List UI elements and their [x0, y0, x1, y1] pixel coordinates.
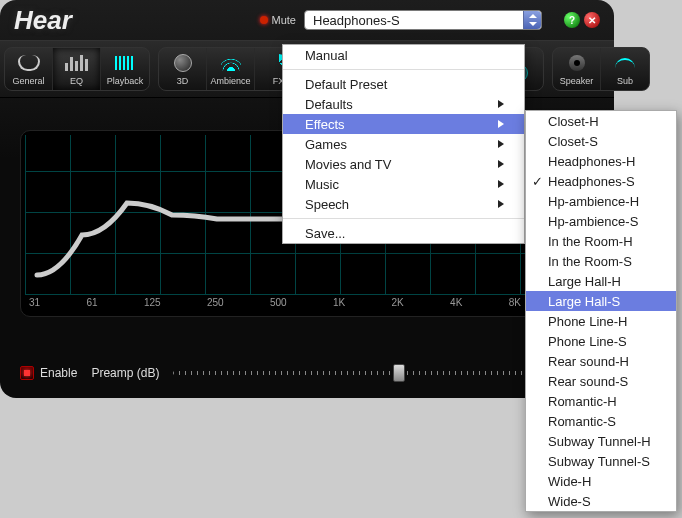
tab-general[interactable]: General — [5, 48, 53, 90]
menu-item-games[interactable]: Games — [283, 134, 524, 154]
tab-label: Sub — [617, 76, 633, 86]
submenu-item-label: Romantic-H — [548, 394, 617, 409]
menu-item-music[interactable]: Music — [283, 174, 524, 194]
freq-label: 250 — [207, 297, 224, 308]
tab-ambience[interactable]: Ambience — [207, 48, 255, 90]
submenu-item-wide-s[interactable]: Wide-S — [526, 491, 676, 511]
submenu-item-label: Hp-ambience-S — [548, 214, 638, 229]
submenu-item-rear-sound-s[interactable]: Rear sound-S — [526, 371, 676, 391]
submenu-item-label: In the Room-H — [548, 234, 633, 249]
tab-label: General — [12, 76, 44, 86]
help-button[interactable]: ? — [564, 12, 580, 28]
freq-label: 1K — [333, 297, 345, 308]
submenu-item-romantic-h[interactable]: Romantic-H — [526, 391, 676, 411]
submenu-item-label: Hp-ambience-H — [548, 194, 639, 209]
submenu-item-label: Headphones-H — [548, 154, 635, 169]
menu-item-default-preset[interactable]: Default Preset — [283, 74, 524, 94]
mute-toggle[interactable]: Mute — [260, 14, 296, 26]
menu-item-movies-and-tv[interactable]: Movies and TV — [283, 154, 524, 174]
submenu-item-hp-ambience-s[interactable]: Hp-ambience-S — [526, 211, 676, 231]
effects-submenu[interactable]: Closet-HCloset-SHeadphones-H✓Headphones-… — [525, 110, 677, 512]
submenu-item-label: Wide-H — [548, 474, 591, 489]
submenu-item-label: Phone Line-S — [548, 334, 627, 349]
submenu-item-subway-tunnel-h[interactable]: Subway Tunnel-H — [526, 431, 676, 451]
tab-label: EQ — [70, 76, 83, 86]
tab-label: 3D — [177, 76, 189, 86]
submenu-item-rear-sound-h[interactable]: Rear sound-H — [526, 351, 676, 371]
tab-eq[interactable]: EQ — [53, 48, 101, 90]
tab-playback[interactable]: Playback — [101, 48, 149, 90]
tab-label: Ambience — [210, 76, 250, 86]
submenu-item-label: Rear sound-S — [548, 374, 628, 389]
mute-label: Mute — [272, 14, 296, 26]
general-icon — [16, 52, 42, 74]
submenu-item-large-hall-s[interactable]: Large Hall-S — [526, 291, 676, 311]
sub-icon — [612, 52, 638, 74]
submenu-item-in-the-room-h[interactable]: In the Room-H — [526, 231, 676, 251]
3d-icon — [170, 52, 196, 74]
freq-label: 8K — [509, 297, 521, 308]
submenu-item-label: Subway Tunnel-H — [548, 434, 651, 449]
enable-checkbox-icon[interactable] — [20, 366, 34, 380]
submenu-item-label: Headphones-S — [548, 174, 635, 189]
submenu-item-headphones-h[interactable]: Headphones-H — [526, 151, 676, 171]
submenu-item-label: Wide-S — [548, 494, 591, 509]
menu-item-manual[interactable]: Manual — [283, 45, 524, 65]
submenu-item-label: Closet-S — [548, 134, 598, 149]
preset-menu[interactable]: ManualDefault PresetDefaultsEffectsGames… — [282, 44, 525, 244]
tab-speaker[interactable]: Speaker — [553, 48, 601, 90]
menu-item-save-[interactable]: Save... — [283, 223, 524, 243]
submenu-item-label: Large Hall-H — [548, 274, 621, 289]
speaker-icon — [564, 52, 590, 74]
dropdown-stepper-icon[interactable] — [523, 11, 541, 29]
playback-icon — [112, 52, 138, 74]
submenu-item-hp-ambience-h[interactable]: Hp-ambience-H — [526, 191, 676, 211]
menu-item-speech[interactable]: Speech — [283, 194, 524, 214]
submenu-item-label: In the Room-S — [548, 254, 632, 269]
preamp-label: Preamp (dB) — [91, 366, 159, 380]
freq-label: 2K — [392, 297, 404, 308]
titlebar: Hear Mute Headphones-S ? ✕ — [0, 0, 614, 40]
eq-icon — [64, 52, 90, 74]
submenu-item-in-the-room-s[interactable]: In the Room-S — [526, 251, 676, 271]
submenu-item-label: Rear sound-H — [548, 354, 629, 369]
submenu-item-romantic-s[interactable]: Romantic-S — [526, 411, 676, 431]
submenu-item-headphones-s[interactable]: ✓Headphones-S — [526, 171, 676, 191]
freq-label: 4K — [450, 297, 462, 308]
submenu-item-closet-s[interactable]: Closet-S — [526, 131, 676, 151]
tab-3d[interactable]: 3D — [159, 48, 207, 90]
close-button[interactable]: ✕ — [584, 12, 600, 28]
mute-led-icon — [260, 16, 268, 24]
submenu-item-subway-tunnel-s[interactable]: Subway Tunnel-S — [526, 451, 676, 471]
enable-toggle[interactable]: Enable — [20, 366, 77, 380]
menu-item-defaults[interactable]: Defaults — [283, 94, 524, 114]
enable-label: Enable — [40, 366, 77, 380]
tab-label: Speaker — [560, 76, 594, 86]
menu-item-effects[interactable]: Effects — [283, 114, 524, 134]
submenu-item-wide-h[interactable]: Wide-H — [526, 471, 676, 491]
ambience-icon — [218, 52, 244, 74]
freq-label: 125 — [144, 297, 161, 308]
freq-axis-labels: 31611252505001K2K4K8K16K — [25, 295, 589, 312]
freq-label: 61 — [86, 297, 97, 308]
submenu-item-closet-h[interactable]: Closet-H — [526, 111, 676, 131]
slider-track-icon — [173, 371, 551, 375]
submenu-item-label: Closet-H — [548, 114, 599, 129]
freq-label: 31 — [29, 297, 40, 308]
submenu-item-phone-line-s[interactable]: Phone Line-S — [526, 331, 676, 351]
menu-separator — [283, 69, 524, 70]
bottom-controls: Enable Preamp (dB) 2.6 — [20, 364, 594, 382]
submenu-item-phone-line-h[interactable]: Phone Line-H — [526, 311, 676, 331]
preset-dropdown[interactable]: Headphones-S — [304, 10, 542, 30]
preamp-slider[interactable] — [173, 366, 551, 380]
tab-label: Playback — [107, 76, 144, 86]
slider-thumb[interactable] — [393, 364, 405, 382]
freq-label: 500 — [270, 297, 287, 308]
submenu-item-label: Romantic-S — [548, 414, 616, 429]
tab-sub[interactable]: Sub — [601, 48, 649, 90]
preset-selected-label: Headphones-S — [313, 13, 400, 28]
submenu-item-large-hall-h[interactable]: Large Hall-H — [526, 271, 676, 291]
check-icon: ✓ — [532, 174, 543, 189]
submenu-item-label: Phone Line-H — [548, 314, 628, 329]
submenu-item-label: Subway Tunnel-S — [548, 454, 650, 469]
